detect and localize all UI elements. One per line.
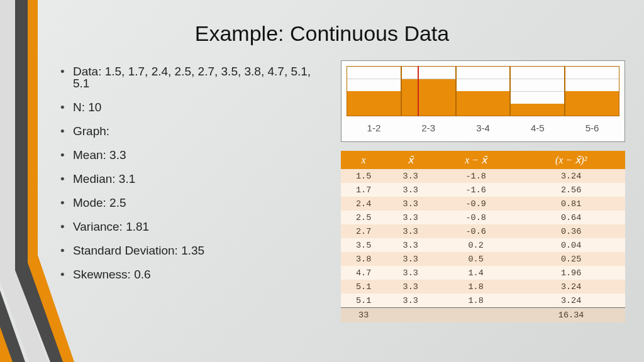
list-item: Skewness: 0.6: [60, 268, 325, 280]
svg-marker-4: [0, 327, 13, 362]
histogram-bars: [347, 66, 619, 116]
svg-marker-1: [15, 0, 65, 362]
col-header-devsq: (x − x̄)²: [517, 151, 625, 169]
list-item: Graph:: [60, 125, 325, 137]
table-row: 5.13.31.83.24: [341, 280, 625, 293]
svg-marker-3: [0, 290, 25, 362]
histogram: 1-22-33-44-55-6: [341, 60, 625, 142]
col-header-x: x: [341, 151, 386, 169]
table-row: 2.43.3-0.90.81: [341, 197, 625, 211]
histogram-bar: [347, 66, 401, 116]
list-item: Standard Deviation: 1.35: [60, 244, 325, 256]
list-item: Mode: 2.5: [60, 197, 325, 209]
list-item: Data: 1.5, 1.7, 2.4, 2.5, 2.7, 3.5, 3.8,…: [60, 65, 325, 89]
table-row: 3.53.30.20.04: [341, 238, 625, 252]
table-row: 1.53.3-1.83.24: [341, 169, 625, 183]
slide-title: Example: Continuous Data: [0, 21, 644, 46]
histogram-tick-label: 3-4: [456, 119, 511, 138]
histogram-bar: [401, 66, 456, 116]
list-item: Variance: 1.81: [60, 221, 325, 233]
table-row: 4.73.31.41.96: [341, 266, 625, 280]
histogram-tick-label: 4-5: [510, 119, 565, 138]
table-row: 3.83.30.50.25: [341, 252, 625, 266]
mean-line: [418, 66, 419, 116]
table-row: 1.73.3-1.62.56: [341, 183, 625, 197]
histogram-tick-label: 1-2: [347, 119, 401, 138]
table-row: 2.73.3-0.60.36: [341, 224, 625, 238]
histogram-bar: [565, 66, 619, 116]
col-header-dev: x − x̄: [435, 151, 517, 169]
histogram-bar: [456, 66, 511, 116]
histogram-bar: [510, 66, 565, 116]
histogram-labels: 1-22-33-44-55-6: [347, 119, 619, 138]
bullet-list: Data: 1.5, 1.7, 2.4, 2.5, 2.7, 3.5, 3.8,…: [60, 65, 325, 292]
table-row: 2.53.3-0.80.64: [341, 211, 625, 224]
list-item: Median: 3.1: [60, 173, 325, 185]
table-footer: 33 16.34: [341, 308, 625, 323]
col-header-xbar: x̄: [386, 151, 435, 169]
histogram-tick-label: 5-6: [565, 119, 619, 138]
histogram-tick-label: 2-3: [401, 119, 456, 138]
table-row: 5.13.31.83.24: [341, 293, 625, 308]
stats-table: x x̄ x − x̄ (x − x̄)² 1.53.3-1.83.241.73…: [341, 151, 625, 322]
list-item: N: 10: [60, 101, 325, 113]
list-item: Mean: 3.3: [60, 149, 325, 161]
svg-marker-0: [0, 0, 48, 362]
